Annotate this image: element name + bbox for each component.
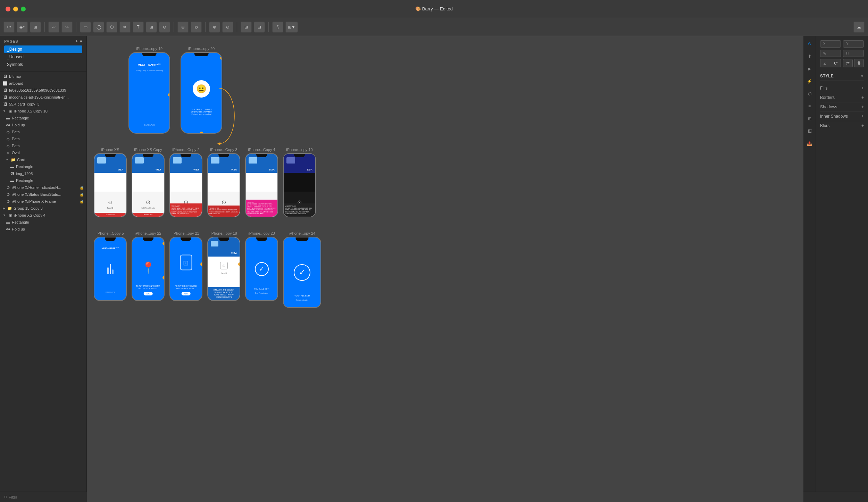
- inspector-icon[interactable]: ⊙: [805, 39, 815, 49]
- page-symbols[interactable]: Symbols: [4, 61, 82, 68]
- layer-home-indicator[interactable]: ⊙ iPhone X/Home Indicator/H... 🔒: [0, 184, 86, 191]
- layer-img-1205[interactable]: 🖼 img_1205: [0, 170, 86, 177]
- layer-bitmap[interactable]: 🖼 Bitmap: [0, 73, 86, 80]
- phone-frame-copy3[interactable]: VISA ⊙ Hold up TESCO EXTRAGRACE DARLING,…: [207, 153, 240, 217]
- redo-button[interactable]: ↪: [61, 22, 73, 33]
- layer-iphone-xs-copy-4[interactable]: ▼ ▣ iPhone XS Copy 4: [0, 212, 86, 219]
- rect-tool[interactable]: ▭: [80, 22, 91, 33]
- h-field[interactable]: H: [843, 50, 864, 57]
- artboard-copy18[interactable]: iPhone...opy 18 VISA ☺ Face ID I'M BARRY…: [207, 231, 240, 301]
- artboard-copy10[interactable]: iPhone...opy 10 VISA ⊙ Hold up: [283, 148, 316, 217]
- grid-icon[interactable]: ⊞: [805, 114, 815, 124]
- layer-path-2[interactable]: ◇ Path: [0, 135, 86, 142]
- flip-h-button[interactable]: ⇄: [843, 59, 853, 67]
- phone-frame-xs-copy[interactable]: VISA ⊙ Hold Near Reader McDONALD'S: [132, 153, 165, 217]
- bolt-icon[interactable]: ⚡: [805, 76, 815, 86]
- phone-frame-20[interactable]: 😐 YOUR BRUTALLY HONESTCONTACTLESS ADVISE…: [181, 52, 222, 134]
- angle-field[interactable]: ∠ 0°: [820, 59, 841, 67]
- blurs-prop[interactable]: Blurs +: [820, 121, 864, 130]
- page-design[interactable]: _Design: [4, 45, 82, 53]
- artboard-copy21[interactable]: iPhone...opy 21 ⊡ TO PUT BARRY TO WORKAD…: [169, 231, 202, 301]
- style-dropdown[interactable]: ▼: [860, 74, 864, 78]
- w-field[interactable]: W: [820, 50, 841, 57]
- zoom-out-button[interactable]: ⊖: [222, 22, 233, 33]
- layer-group15[interactable]: ▶ 📁 Group 15 Copy 3: [0, 205, 86, 212]
- play-icon[interactable]: ▶: [805, 64, 815, 74]
- undo-button[interactable]: ↩: [48, 22, 59, 33]
- artboard-copy4[interactable]: iPhone...Copy 4 VISA ⊙ Hold up: [245, 148, 278, 217]
- layer-holdup-xs4[interactable]: Aa Hold up: [0, 226, 86, 233]
- pages-actions[interactable]: + ∧: [76, 39, 82, 43]
- artboard-iphone19[interactable]: iPhone...opy 19 MEET—BARRY™ Putting a st…: [128, 47, 170, 134]
- phone-frame-copy4[interactable]: VISA ⊙ Hold up TOPSHOPLISTEN STACE, I KN…: [245, 153, 278, 217]
- layer-iphone-xs-copy-10[interactable]: ▼ ▣ iPhone XS Copy 10: [0, 108, 86, 115]
- layer-artboard[interactable]: ⬜ artboard: [0, 80, 86, 87]
- export-icon[interactable]: 📤: [805, 139, 815, 149]
- phone-frame-copy5[interactable]: MEET—BARRY™ BARCLAYS: [94, 237, 127, 301]
- layer-rect-xs4[interactable]: ▬ Rectangle: [0, 219, 86, 226]
- close-button[interactable]: [6, 7, 10, 11]
- layer-rectangle-1[interactable]: ▬ Rectangle: [0, 115, 86, 122]
- artboard-iphonexs[interactable]: iPhone XS VISA ☺ Face ID: [94, 148, 127, 217]
- layer-path-1[interactable]: ◇ Path: [0, 128, 86, 135]
- layer-style-button[interactable]: ◈ ▼: [17, 22, 28, 33]
- oval-tool[interactable]: ◯: [93, 22, 104, 33]
- text-tool[interactable]: T: [133, 22, 144, 33]
- image-export-icon[interactable]: 🖼: [805, 126, 815, 136]
- layer-hold-up[interactable]: Aa Hold up: [0, 122, 86, 128]
- shadows-add[interactable]: +: [861, 104, 864, 109]
- artboard-iphonexs-copy[interactable]: iPhone XS Copy VISA ⊙ Hold Near Reader: [132, 148, 165, 217]
- borders-prop[interactable]: Borders +: [820, 93, 864, 102]
- artboard-iphone20[interactable]: iPhone...opy 20 😐 YOUR BRUTALLY HONESTCO…: [181, 47, 222, 134]
- slice-tool[interactable]: ⊘: [191, 22, 202, 33]
- layer-rect-card-2[interactable]: ▬ Rectangle: [0, 177, 86, 184]
- lines-icon[interactable]: ≡: [805, 101, 815, 111]
- pencil-tool[interactable]: ✏: [119, 22, 131, 33]
- phone-frame-copy24[interactable]: ✓ YOUR ALL SET! Barry's activated: [283, 237, 321, 308]
- layer-rect-card-1[interactable]: ▬ Rectangle: [0, 163, 86, 170]
- artboard-copy3[interactable]: iPhone...Copy 3 VISA ⊙ Hold up: [207, 148, 240, 217]
- phone-frame-copy22[interactable]: 📍 TO PUT BARRY ON THE MAPADD TO YOUR WAL…: [132, 237, 165, 301]
- phone-frame-xs[interactable]: VISA ☺ Face ID McDONALD'S: [94, 153, 127, 217]
- canvas[interactable]: iPhone...opy 19 MEET—BARRY™ Putting a st…: [87, 36, 803, 502]
- upload-icon[interactable]: ⬆: [805, 51, 815, 61]
- fills-prop[interactable]: Fills +: [820, 84, 864, 93]
- artboard-copy24[interactable]: iPhone...opy 24 ✓ YOUR ALL SET! Barry's …: [283, 231, 321, 308]
- inner-shadows-prop[interactable]: Inner Shadows +: [820, 112, 864, 121]
- artboard-copy22[interactable]: iPhone...opy 22 📍 TO PUT BARRY ON THE MA…: [132, 231, 165, 301]
- layer-image-3[interactable]: 🖼 55.4.card_copy_3: [0, 101, 86, 108]
- settings-icon[interactable]: ⬡: [805, 89, 815, 99]
- artboard-copy2[interactable]: iPhone...Copy 2 VISA ⊙ Hold up: [169, 148, 202, 217]
- layer-oval[interactable]: ○ Oval: [0, 149, 86, 156]
- phone-frame-19[interactable]: MEET—BARRY™ Putting a stop to your bad s…: [128, 52, 170, 134]
- hotspot-tool[interactable]: ⊕: [177, 22, 189, 33]
- layer-status-bar[interactable]: ⊙ iPhone X/Status Bars/Statu... 🔒: [0, 191, 86, 198]
- borders-add[interactable]: +: [861, 95, 864, 100]
- layer-card-group[interactable]: ▼ 📁 Card: [0, 156, 86, 163]
- page-unused[interactable]: _Unused: [4, 53, 82, 61]
- artboard-copy23[interactable]: iPhone...opy 23 ✓ YOUR ALL SET! Barry's …: [245, 231, 278, 301]
- minimize-button[interactable]: [13, 7, 18, 11]
- layer-image-1[interactable]: 🖼 fe0e6355161359.56096c9d31339: [0, 87, 86, 94]
- zoom-in-button[interactable]: ⊕: [209, 22, 220, 33]
- flip-v-button[interactable]: ⇅: [854, 59, 864, 67]
- fills-add[interactable]: +: [861, 86, 864, 91]
- phone-frame-copy18[interactable]: VISA ☺ Face ID I'M BARRY, THE GEEZERWHO …: [207, 237, 240, 301]
- phone-frame-copy2[interactable]: VISA ⊙ Hold up McDONALD'SWOAH, WOAH, WOA…: [169, 153, 202, 217]
- vector-tool[interactable]: ⬡: [106, 22, 117, 33]
- symbol-tool[interactable]: ⊙: [159, 22, 170, 33]
- add-page-button[interactable]: +: [76, 39, 78, 43]
- shadows-prop[interactable]: Shadows +: [820, 102, 864, 112]
- blurs-add[interactable]: +: [861, 123, 864, 128]
- phone-frame-copy23[interactable]: ✓ YOUR ALL SET! Barry's activated: [245, 237, 278, 301]
- distribute-button[interactable]: ⊟: [254, 22, 265, 33]
- x-field[interactable]: X: [820, 40, 841, 48]
- layer-path-3[interactable]: ◇ Path: [0, 142, 86, 149]
- phone-frame-copy21[interactable]: ⊡ TO PUT BARRY TO WORKADD TO YOUR WALLET…: [169, 237, 202, 301]
- component-button[interactable]: ⊞▼: [285, 22, 298, 33]
- y-field[interactable]: Y: [843, 40, 864, 48]
- arrange-button[interactable]: ⟆: [272, 22, 283, 33]
- artboard-button[interactable]: ⊞: [30, 22, 41, 33]
- collapse-pages-button[interactable]: ∧: [80, 39, 83, 43]
- layer-image-2[interactable]: 🖼 mcdonalds-ad-1961-cincinnati-en...: [0, 94, 86, 101]
